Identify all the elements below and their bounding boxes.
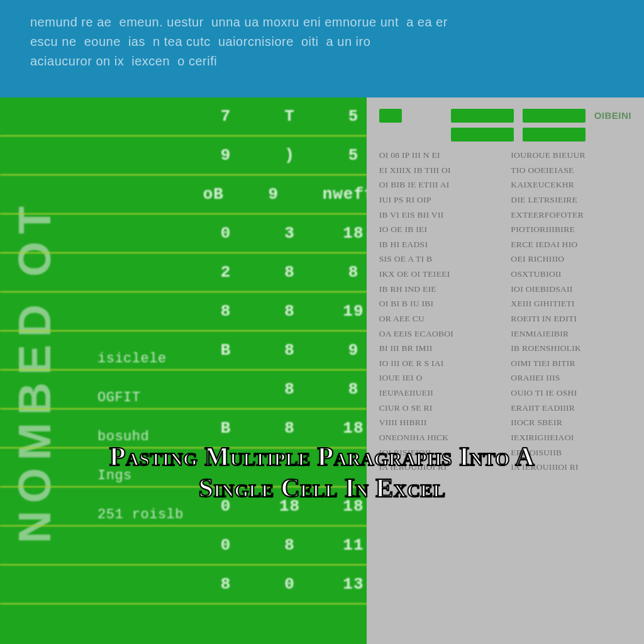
row-label: 251 roislb — [97, 507, 184, 523]
text-line: OEI RICHIIIO — [511, 252, 631, 267]
right-col-1: OI 08 IP III N EIEI XIIIX IB TIII OIOI B… — [379, 148, 500, 644]
text-line: BI III BR IMII — [379, 341, 500, 356]
text-line: TIO OOEIEIASE — [511, 163, 631, 178]
table-row: oB9nweffa — [0, 175, 367, 214]
text-line: DIE LETRSIEIRE — [511, 192, 631, 208]
green-chip-icon — [379, 109, 402, 123]
text-line: ROEITI IN EDITI — [511, 311, 631, 326]
table-row: OGFIT88 — [0, 370, 367, 409]
text-line: IEUPAEIIUEII — [379, 386, 500, 401]
text-line: IOUE IEI O — [379, 370, 500, 386]
text-line: OI 08 IP III N EI — [379, 148, 500, 163]
right-top-bar: OIBEINI — [379, 109, 631, 142]
table-row: 0811 — [0, 526, 367, 565]
text-line: IKX OE OI TEIEEI — [379, 267, 500, 282]
text-line: IIOCR SBEIR — [511, 415, 631, 430]
text-line: KAIXEUCEKHR — [511, 177, 631, 192]
right-col-2: IOUROUE BIEUURTIO OOEIEIASEKAIXEUCEKHRDI… — [511, 148, 631, 644]
right-gray-panel: OIBEINI OI 08 IP III N EIEI XIIIX IB TII… — [367, 97, 644, 644]
text-line: IB HI EADSI — [379, 237, 500, 252]
main-area: NOMBED OT 7T59)5oB9nweffa03182888819isic… — [0, 97, 644, 644]
table-row: 9)5 — [0, 136, 367, 175]
green-chip-icon — [451, 128, 514, 142]
text-line: OUIO TI IE OSHI — [511, 386, 631, 401]
green-chip-icon — [451, 109, 514, 123]
text-line: PIOTIORIIIBIRE — [511, 222, 631, 237]
green-chip-icon — [523, 128, 586, 142]
text-line: IB RH IND EIE — [379, 282, 500, 297]
text-line: IO OE IB IEI — [379, 222, 500, 237]
text-line: OA EEIS ECAOBOI — [379, 326, 500, 341]
text-line: EXTEERFOFOTER — [511, 208, 631, 223]
text-line: OR AEE CU — [379, 311, 500, 326]
text-line: IOUROUE BIEUUR — [511, 148, 631, 163]
table-row: 7T5 — [0, 97, 367, 136]
table-row: isicleleB89 — [0, 331, 367, 370]
text-line: ERAIIT EADIIIR — [511, 401, 631, 416]
text-line: ERCE IEDAI HIO — [511, 237, 631, 252]
text-line: IOI OIEBIDSAII — [511, 282, 631, 297]
left-green-panel: NOMBED OT 7T59)5oB9nweffa03182888819isic… — [0, 97, 367, 644]
text-line: OSXTUBIOII — [511, 267, 631, 282]
text-line: EI XIIIX IB TIII OI — [379, 163, 500, 178]
text-line: IENMIAIEIBIR — [511, 326, 631, 341]
overlay-title: Pasting Multiple Paragraphs Into A Singl… — [83, 441, 561, 504]
text-line: CIUR O SE RI — [379, 401, 500, 416]
text-line: ORAIIEI IIIS — [511, 370, 631, 386]
text-line: OI BIB IE ETIII AI — [379, 177, 500, 192]
right-columns: OI 08 IP III N EIEI XIIIX IB TIII OIOI B… — [379, 148, 631, 644]
row-label: OGFIT — [97, 390, 141, 406]
table-row: 0318 — [0, 214, 367, 253]
table-row: 8819 — [0, 292, 367, 331]
text-line: IB ROENSHIOLIK — [511, 341, 631, 356]
text-line: OI BI B IU IBI — [379, 296, 500, 311]
left-rows: 7T59)5oB9nweffa03182888819isicleleB89OGF… — [0, 97, 367, 644]
text-line: IO III OE R S IAI — [379, 356, 500, 371]
table-row: 288 — [0, 253, 367, 292]
text-line: XEIII GIHITIETI — [511, 296, 631, 311]
top-banner: nemund re ae emeun. uestur unna ua moxru… — [0, 0, 644, 97]
row-label: isiclele — [97, 351, 167, 367]
text-line: OIMI TIEI BITIR — [511, 356, 631, 371]
right-top-label: OIBEINI — [594, 110, 631, 121]
table-row: 8013 — [0, 565, 367, 604]
text-line: IUI PS RI OIP — [379, 192, 500, 208]
green-chip-icon — [523, 109, 586, 123]
text-line: SIS OE A TI B — [379, 252, 500, 267]
text-line: VIIII HIBRII — [379, 415, 500, 430]
text-line: IB VI EIS BII VII — [379, 208, 500, 223]
